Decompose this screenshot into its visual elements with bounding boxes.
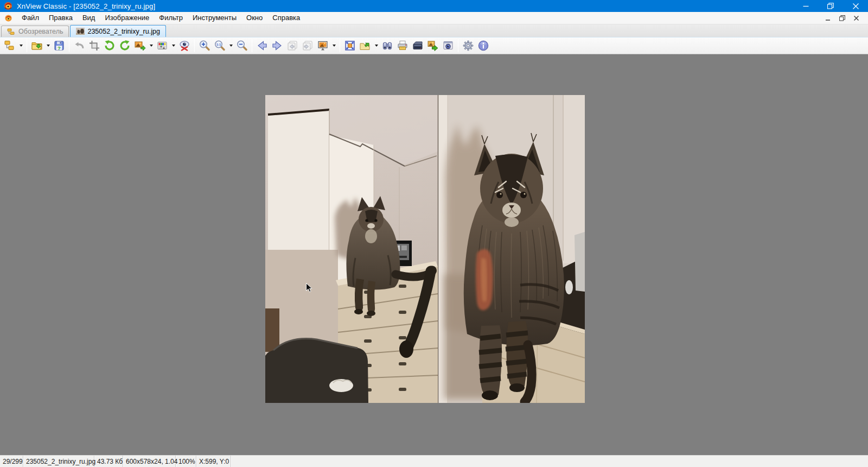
window-title: XnView Classic - [235052_2_trinixy_ru.jp… <box>17 2 155 10</box>
print-button[interactable] <box>395 38 410 53</box>
fullscreen-icon <box>344 40 356 52</box>
open-button[interactable] <box>29 38 44 53</box>
child-restore-button[interactable] <box>838 14 846 22</box>
menu-tools[interactable]: Инструменты <box>188 12 241 23</box>
fullscreen-button[interactable] <box>342 38 358 53</box>
status-filesize: 43.73 Кб <box>94 456 123 467</box>
adjust-colors-icon <box>156 40 168 52</box>
toolbar-separator <box>69 39 69 52</box>
status-position: 29/299 <box>0 456 23 467</box>
photo-two-maine-coon-cats <box>265 95 585 403</box>
next-icon <box>271 40 283 52</box>
batch-convert-icon <box>427 40 439 52</box>
menu-help[interactable]: Справка <box>267 12 305 23</box>
child-close-button[interactable] <box>852 14 860 22</box>
convert-dropdown[interactable] <box>148 38 155 53</box>
capture-button[interactable] <box>441 38 456 53</box>
toolbar-separator <box>458 39 458 52</box>
save-button[interactable]: ? <box>52 38 67 53</box>
open-with-icon <box>359 40 371 52</box>
menu-filter[interactable]: Фильтр <box>154 12 188 23</box>
menu-edit[interactable]: Правка <box>44 12 78 23</box>
chevron-down-icon <box>375 45 378 47</box>
slideshow-dropdown[interactable] <box>330 38 337 53</box>
close-icon <box>854 16 859 21</box>
zoom-dropdown[interactable] <box>227 38 234 53</box>
open-dropdown[interactable] <box>44 38 52 53</box>
rotate-left-button[interactable] <box>102 38 117 53</box>
browser-button[interactable] <box>2 38 17 53</box>
restore-icon <box>839 15 845 21</box>
minimize-icon <box>803 3 809 9</box>
slideshow-icon <box>317 40 329 52</box>
status-bar: 29/299 235052_2_trinixy_ru.jpg 43.73 Кб … <box>0 455 868 467</box>
folder-tree-icon <box>7 28 16 35</box>
adjust-colors-button[interactable] <box>155 38 170 53</box>
batch-convert-button[interactable] <box>425 38 441 53</box>
zoom-1-1-icon: 1:1 <box>214 40 226 52</box>
chevron-down-icon <box>20 45 23 47</box>
browser-icon <box>4 40 16 52</box>
image-thumbnail-icon <box>76 28 85 35</box>
document-system-menu-icon[interactable] <box>4 14 12 22</box>
menu-image[interactable]: Изображение <box>100 12 154 23</box>
undo-button[interactable] <box>72 38 87 53</box>
toolbar: ? <box>0 37 868 54</box>
chevron-down-icon <box>333 45 336 47</box>
close-icon <box>853 3 859 9</box>
toolbar-separator <box>252 39 252 52</box>
tab-browser-label: Обозреватель <box>18 28 63 35</box>
xnview-app-icon[interactable] <box>4 2 12 10</box>
child-minimize-button[interactable] <box>824 14 832 22</box>
status-dimensions: 600x578x24, 1.04 <box>123 456 176 467</box>
svg-text:?: ? <box>58 45 61 51</box>
scan-button[interactable] <box>410 38 425 53</box>
chevron-down-icon <box>47 45 50 47</box>
zoom-1-1-button[interactable]: 1:1 <box>212 38 227 53</box>
open-with-dropdown[interactable] <box>373 38 380 53</box>
page-next-icon <box>302 40 314 52</box>
search-button[interactable] <box>380 38 395 53</box>
next-button[interactable] <box>270 38 285 53</box>
zoom-in-button[interactable] <box>197 38 212 53</box>
adjust-colors-dropdown[interactable] <box>170 38 177 53</box>
minimize-icon <box>826 16 831 21</box>
zoom-out-button[interactable] <box>234 38 250 53</box>
window-minimize-button[interactable] <box>793 0 818 12</box>
rotate-right-button[interactable] <box>117 38 132 53</box>
toolbar-separator <box>27 39 27 52</box>
scan-icon <box>412 40 424 52</box>
previous-button[interactable] <box>254 38 270 53</box>
menu-file[interactable]: Файл <box>17 12 44 23</box>
page-previous-button[interactable] <box>285 38 300 53</box>
rotate-left-icon <box>104 40 116 52</box>
tab-image[interactable]: 235052_2_trinixy_ru.jpg <box>70 25 165 37</box>
red-eye-button[interactable] <box>177 38 192 53</box>
menu-bar: Файл Правка Вид Изображение Фильтр Инстр… <box>0 12 868 24</box>
window-close-button[interactable] <box>843 0 868 12</box>
image-canvas[interactable] <box>0 54 868 455</box>
settings-gear-icon <box>462 40 474 52</box>
xnview-window: XnView Classic - [235052_2_trinixy_ru.jp… <box>0 0 868 467</box>
menu-window[interactable]: Окно <box>241 12 267 23</box>
open-icon <box>31 40 43 52</box>
slideshow-button[interactable] <box>315 38 330 53</box>
page-next-button[interactable] <box>300 38 315 53</box>
browser-dropdown[interactable] <box>17 38 24 53</box>
info-icon <box>477 40 489 52</box>
tab-browser[interactable]: Обозреватель <box>1 26 69 37</box>
tab-bar: Обозреватель 235052_2_trinixy_ru.jpg <box>0 24 868 37</box>
status-zoom: 100% <box>176 456 196 467</box>
info-button[interactable] <box>476 38 491 53</box>
crop-button[interactable] <box>87 38 102 53</box>
print-icon <box>397 40 409 52</box>
convert-button[interactable] <box>132 38 148 53</box>
title-bar: XnView Classic - [235052_2_trinixy_ru.jp… <box>0 0 868 12</box>
rotate-right-icon <box>119 40 131 52</box>
settings-button[interactable] <box>461 38 476 53</box>
tab-image-label: 235052_2_trinixy_ru.jpg <box>87 28 159 35</box>
menu-view[interactable]: Вид <box>78 12 100 23</box>
window-restore-button[interactable] <box>818 0 843 12</box>
page-previous-icon <box>286 40 298 52</box>
open-with-button[interactable] <box>358 38 373 53</box>
